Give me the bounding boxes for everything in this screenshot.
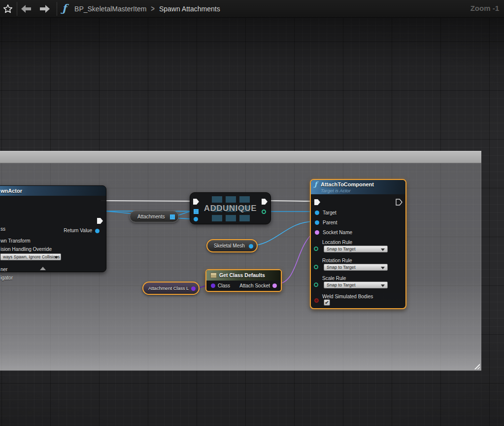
variable-label: Attachments	[137, 214, 165, 219]
back-button[interactable]	[18, 1, 34, 16]
node-attachment-class-getter[interactable]: Attachment Class L	[142, 282, 200, 295]
wire-exec-spawn-to-addunique[interactable]	[101, 201, 195, 201]
dropdown-caret-icon	[381, 267, 385, 269]
scale-rule-dropdown[interactable]: Snap to Target	[324, 282, 388, 288]
top-toolbar: ƒ BP_SkeletalMasterItem > Spawn Attachme…	[0, 0, 504, 18]
node-spawn-actor-header: wnActor	[0, 186, 106, 196]
weld-label: Weld Simulated Bodies	[322, 294, 373, 299]
class-label: ss	[0, 226, 5, 232]
attach-socket-pin-label: Attach Socket	[239, 283, 270, 288]
target-pin[interactable]	[315, 211, 319, 215]
return-value-pin[interactable]	[95, 229, 100, 233]
node-header: ƒ AttachToComponent Target is Actor	[311, 180, 405, 194]
rotation-rule-pin[interactable]	[314, 265, 318, 269]
exec-input-pin[interactable]	[314, 199, 321, 206]
node-title: AttachToComponent	[321, 181, 374, 187]
location-rule-value: Snap to Target	[327, 247, 355, 251]
index-output-pin[interactable]	[262, 210, 266, 214]
array-output-pin[interactable]	[170, 214, 175, 219]
return-value-label: Return Value	[64, 228, 92, 233]
forward-button[interactable]	[37, 1, 53, 16]
weld-pin[interactable]	[314, 298, 319, 303]
dropdown-caret-icon	[381, 284, 385, 287]
node-add-unique[interactable]: ADDUNIQUE	[190, 192, 271, 224]
function-icon: ƒ	[62, 2, 67, 14]
dropdown-caret-icon	[381, 248, 385, 251]
exec-output-pin[interactable]	[97, 217, 103, 224]
exec-output-pin[interactable]	[261, 198, 268, 205]
node-get-class-defaults[interactable]: Get Class Defaults Class Attach Socket	[205, 269, 282, 292]
node-title: Get Class Defaults	[219, 272, 265, 278]
collapse-arrow-icon[interactable]	[40, 267, 46, 270]
toolbar-separator	[57, 2, 57, 16]
parent-pin-label: Parent	[323, 220, 337, 225]
item-input-pin[interactable]	[194, 217, 198, 221]
node-subtitle: Target is Actor	[321, 188, 351, 193]
socket-name-pin[interactable]	[315, 230, 319, 235]
class-defaults-icon	[210, 273, 217, 278]
target-pin-label: Target	[323, 210, 336, 215]
dropdown-caret-icon	[54, 256, 58, 259]
zoom-level-label: Zoom -1	[470, 4, 499, 12]
star-icon	[2, 3, 13, 14]
weld-checkbox[interactable]: ✔	[324, 299, 330, 306]
variable-label: Attachment Class L	[148, 285, 189, 291]
object-output-pin[interactable]	[249, 244, 253, 248]
attach-socket-output-pin[interactable]	[272, 284, 277, 288]
node-attachments-getter[interactable]: Attachments	[130, 211, 179, 222]
node-spawn-actor[interactable]: wnActor Return Value ss wn Transform isi…	[0, 185, 106, 272]
class-input-pin[interactable]	[211, 284, 215, 288]
location-rule-pin[interactable]	[314, 247, 318, 251]
scale-rule-pin[interactable]	[314, 283, 318, 287]
node-attach-to-component[interactable]: ƒ AttachToComponent Target is Actor Targ…	[310, 179, 406, 309]
breadcrumb-chevron-icon: >	[151, 4, 155, 14]
node-header: Get Class Defaults	[206, 270, 281, 281]
exec-output-pin[interactable]	[396, 199, 403, 206]
back-arrow-icon	[20, 4, 32, 14]
rotation-rule-value: Snap to Target	[327, 265, 355, 270]
wire-skeletalmesh-to-parent[interactable]	[247, 221, 315, 246]
array-pattern	[212, 196, 222, 203]
favorite-button[interactable]	[0, 1, 16, 16]
class-output-pin[interactable]	[191, 286, 196, 291]
blueprint-editor: wnActor Return Value ss wn Transform isi…	[0, 0, 504, 426]
class-pin-label: Class	[218, 283, 230, 288]
instigator-label: igator	[0, 275, 13, 281]
breadcrumb-current[interactable]: Spawn Attachments	[159, 5, 220, 13]
socket-name-pin-label: Socket Name	[323, 230, 352, 235]
node-skeletal-mesh-getter[interactable]: Skeletal Mesh	[206, 239, 258, 252]
array-input-pin[interactable]	[194, 209, 199, 214]
check-icon: ✔	[325, 300, 329, 305]
collision-override-value: ways Spawn, Ignore Collisions	[3, 254, 60, 259]
collision-override-label: ision Handling Override	[0, 247, 52, 252]
node-title: wnActor	[0, 188, 22, 194]
rotation-rule-label: Rotation Rule	[322, 258, 352, 263]
wire-exec-addunique-to-attach[interactable]	[265, 201, 315, 201]
variable-label: Skeletal Mesh	[214, 243, 245, 248]
parent-pin[interactable]	[315, 220, 319, 225]
graph-canvas[interactable]: wnActor Return Value ss wn Transform isi…	[0, 18, 504, 426]
scale-rule-label: Scale Rule	[322, 276, 346, 281]
collision-override-dropdown[interactable]: ways Spawn, Ignore Collisions	[0, 253, 61, 260]
forward-arrow-icon	[39, 4, 51, 14]
function-icon: ƒ	[314, 180, 317, 188]
location-rule-label: Location Rule	[322, 240, 352, 245]
toolbar-separator	[17, 2, 17, 16]
owner-label: ner	[0, 267, 7, 272]
scale-rule-value: Snap to Target	[327, 283, 355, 287]
rotation-rule-dropdown[interactable]: Snap to Target	[324, 264, 388, 271]
breadcrumb-root[interactable]: BP_SkeletalMasterItem	[74, 5, 146, 13]
exec-input-pin[interactable]	[193, 198, 200, 205]
location-rule-dropdown[interactable]: Snap to Target	[324, 246, 388, 252]
node-title: ADDUNIQUE	[190, 204, 270, 213]
spawn-transform-label: wn Transform	[0, 238, 31, 244]
